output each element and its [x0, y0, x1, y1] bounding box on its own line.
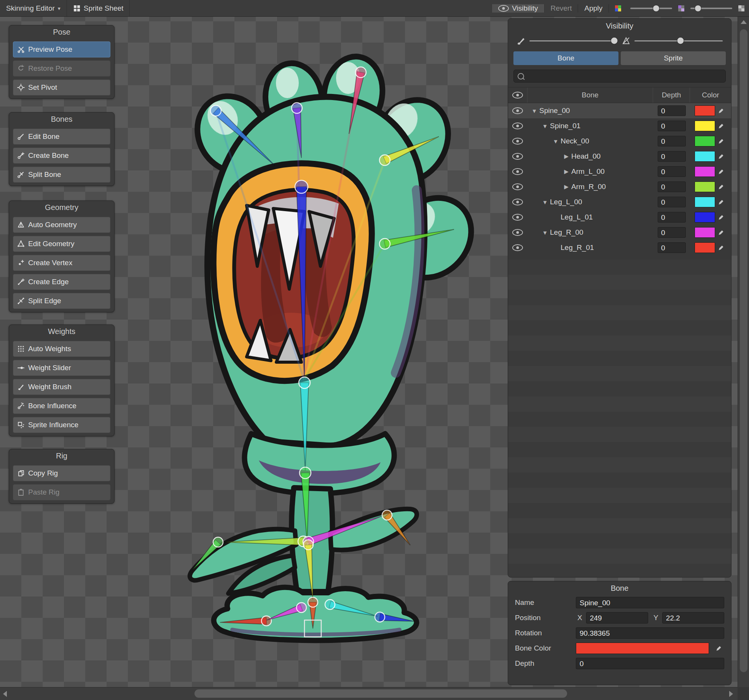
bone-row-leg-l-00[interactable]: ▼Leg_L_00 0	[508, 194, 731, 210]
bone-color-swatch[interactable]	[695, 121, 715, 131]
position-x-input[interactable]: 249	[586, 612, 648, 624]
depth-input[interactable]: 0	[658, 151, 686, 162]
visibility-column-eye-icon[interactable]	[512, 92, 523, 99]
scroll-right-arrow[interactable]	[729, 691, 733, 697]
scroll-up-arrow[interactable]	[741, 20, 747, 24]
paste-rig-button[interactable]: Paste Rig	[13, 484, 110, 500]
depth-input[interactable]: 0	[658, 242, 686, 253]
eye-icon[interactable]	[512, 138, 523, 145]
eyedropper-icon[interactable]	[715, 197, 727, 207]
preview-pose-button[interactable]: Preview Pose	[13, 41, 110, 57]
create-vertex-button[interactable]: Create Vertex	[13, 255, 110, 271]
sprite-sheet-button[interactable]: Sprite Sheet	[67, 0, 130, 16]
scroll-left-arrow[interactable]	[3, 691, 7, 697]
eyedropper-icon[interactable]	[715, 182, 727, 192]
bone-color-swatch[interactable]	[695, 242, 715, 253]
bone-row-spine-00[interactable]: ▼Spine_00 0	[508, 103, 731, 118]
rotation-input[interactable]: 90.38365	[576, 627, 724, 639]
bone-row-neck-00[interactable]: ▼Neck_00 0	[508, 134, 731, 149]
eye-icon[interactable]	[512, 183, 523, 190]
foldout-arrow[interactable]: ▼	[551, 138, 561, 145]
depth-input[interactable]: 0	[658, 121, 686, 131]
bone-row-leg-r-00[interactable]: ▼Leg_R_00 0	[508, 225, 731, 240]
bone-row-head-00[interactable]: ▶Head_00 0	[508, 149, 731, 164]
depth-input[interactable]: 0	[658, 212, 686, 223]
eye-icon[interactable]	[512, 123, 523, 129]
eyedropper-icon[interactable]	[715, 151, 727, 161]
eyedropper-icon[interactable]	[715, 167, 727, 177]
foldout-arrow[interactable]: ▶	[561, 168, 571, 175]
eyedropper-icon[interactable]	[715, 136, 727, 146]
foldout-arrow[interactable]: ▶	[561, 183, 571, 190]
bone-color-swatch[interactable]	[695, 151, 715, 162]
skinning-editor-dropdown[interactable]: Skinning Editor ▾	[0, 0, 67, 16]
bone-opacity-slider[interactable]	[630, 8, 672, 9]
visibility-toggle-button[interactable]: Visibility	[492, 4, 544, 13]
foldout-arrow[interactable]: ▼	[540, 229, 550, 236]
weight-slider-button[interactable]: Weight Slider	[13, 360, 110, 376]
eye-icon[interactable]	[512, 244, 523, 251]
tab-bone[interactable]: Bone	[513, 51, 618, 65]
depth-input[interactable]: 0	[658, 227, 686, 238]
bone-row-arm-l-00[interactable]: ▶Arm_L_00 0	[508, 164, 731, 179]
eye-icon[interactable]	[512, 153, 523, 160]
bone-influence-button[interactable]: Bone Influence	[13, 398, 110, 414]
copy-rig-button[interactable]: Copy Rig	[13, 465, 110, 481]
vertical-scrollbar[interactable]	[738, 16, 749, 700]
bone-color-swatch[interactable]	[695, 197, 715, 207]
depth-input[interactable]: 0	[658, 105, 686, 116]
depth-input[interactable]: 0	[576, 658, 724, 669]
eyedropper-icon[interactable]	[715, 243, 727, 253]
foldout-arrow[interactable]: ▶	[561, 153, 571, 160]
foldout-arrow[interactable]: ▼	[529, 108, 539, 114]
bone-color-swatch[interactable]	[695, 105, 715, 116]
bone-color-swatch[interactable]	[695, 227, 715, 238]
create-bone-button[interactable]: Create Bone	[13, 148, 110, 164]
bone-color-swatch[interactable]	[695, 166, 715, 177]
eyedropper-icon[interactable]	[715, 212, 727, 222]
eye-icon[interactable]	[512, 168, 523, 175]
mesh-opacity-slider[interactable]	[634, 40, 723, 41]
bone-row-leg-l-01[interactable]: Leg_L_01 0	[508, 210, 731, 225]
sprite-opacity-slider[interactable]	[690, 8, 732, 9]
horizontal-scrollbar[interactable]	[0, 687, 738, 700]
bone-color-swatch[interactable]	[695, 136, 715, 146]
split-edge-button[interactable]: Split Edge	[13, 293, 110, 309]
tab-sprite[interactable]: Sprite	[621, 51, 726, 65]
eyedropper-icon[interactable]	[715, 228, 727, 237]
bone-color-field[interactable]	[576, 643, 709, 654]
restore-pose-button[interactable]: Restore Pose	[13, 60, 110, 76]
auto-weights-button[interactable]: Auto Weights	[13, 341, 110, 357]
eyedropper-icon[interactable]	[715, 106, 727, 116]
vertical-scroll-thumb[interactable]	[740, 29, 747, 672]
position-y-input[interactable]: 22.2	[662, 612, 724, 624]
eyedropper-icon[interactable]	[715, 121, 727, 131]
horizontal-scroll-thumb[interactable]	[194, 689, 567, 698]
bone-color-swatch[interactable]	[695, 212, 715, 223]
eye-icon[interactable]	[512, 214, 523, 221]
bone-row-arm-r-00[interactable]: ▶Arm_R_00 0	[508, 179, 731, 194]
sprite-influence-button[interactable]: Sprite Influence	[13, 417, 110, 433]
eye-icon[interactable]	[512, 199, 523, 205]
bone-search-input[interactable]	[513, 70, 726, 83]
create-edge-button[interactable]: Create Edge	[13, 274, 110, 290]
bone-name-input[interactable]: Spine_00	[576, 597, 724, 608]
auto-geometry-button[interactable]: Auto Geometry	[13, 217, 110, 233]
depth-input[interactable]: 0	[658, 136, 686, 146]
bone-palette-icon[interactable]	[614, 5, 622, 12]
foldout-arrow[interactable]: ▼	[540, 199, 550, 205]
foldout-arrow[interactable]: ▼	[540, 123, 550, 129]
depth-input[interactable]: 0	[658, 197, 686, 207]
weight-brush-button[interactable]: Weight Brush	[13, 379, 110, 395]
revert-button[interactable]: Revert	[545, 4, 578, 13]
apply-button[interactable]: Apply	[578, 4, 609, 13]
bone-opacity-slider[interactable]	[529, 40, 618, 41]
edit-bone-button[interactable]: Edit Bone	[13, 129, 110, 145]
depth-input[interactable]: 0	[658, 166, 686, 177]
bone-color-swatch[interactable]	[695, 181, 715, 192]
eye-icon[interactable]	[512, 229, 523, 236]
depth-input[interactable]: 0	[658, 181, 686, 192]
eyedropper-icon[interactable]	[713, 643, 724, 653]
bone-row-leg-r-01[interactable]: Leg_R_01 0	[508, 240, 731, 255]
edit-geometry-button[interactable]: Edit Geometry	[13, 236, 110, 252]
